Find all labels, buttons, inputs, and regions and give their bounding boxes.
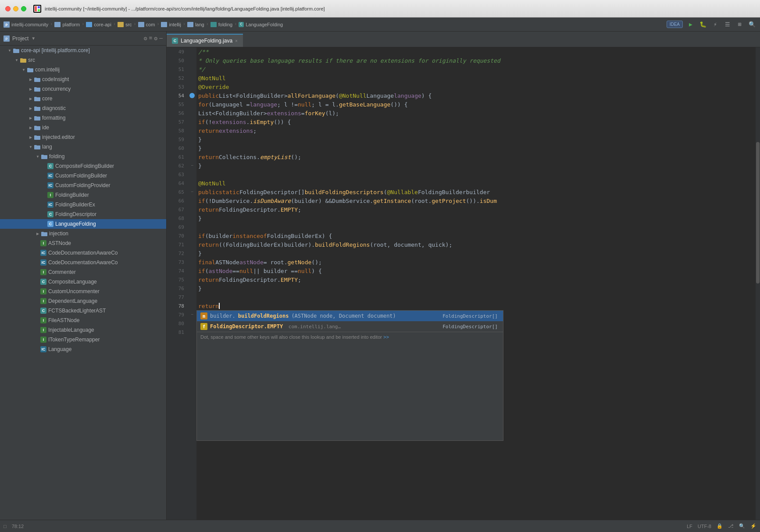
tree-concurrency[interactable]: ▶ concurrency (0, 84, 166, 94)
fold-65[interactable]: − (191, 190, 193, 195)
breadcrumb-intellij[interactable]: intellij (169, 22, 181, 27)
tree-custom-folding-builder[interactable]: IC CustomFoldingBuilder (0, 171, 166, 181)
tree-folding-descriptor[interactable]: C FoldingDescriptor (0, 209, 166, 219)
tree-composite-folding[interactable]: C CompositeFoldingBuilder (0, 161, 166, 171)
tree-language-folding[interactable]: C LanguageFolding (0, 219, 166, 229)
editor-scrollbar[interactable] (756, 47, 760, 520)
settings-gear[interactable]: ⚙ (154, 35, 157, 42)
coverage-button[interactable]: ☰ (723, 20, 732, 29)
project-icon: P (4, 21, 10, 28)
interface-badge-i7: I (40, 327, 46, 333)
autocomplete-item-0[interactable]: m builder. buildFoldRegions (ASTNode nod… (197, 311, 503, 321)
sync-button[interactable]: ⚙ (144, 35, 147, 42)
line-51: 51 (167, 65, 188, 74)
tree-itoken-type-remapper[interactable]: I ITokenTypeRemapper (0, 335, 166, 344)
tree-astnode[interactable]: I ASTNode (0, 238, 166, 248)
intellij-folder-icon (161, 22, 167, 27)
tree-folding[interactable]: ▼ folding (0, 152, 166, 161)
fold-79[interactable]: − (191, 312, 193, 317)
tree-custom-folding-provider[interactable]: IC CustomFoldingProvider (0, 181, 166, 190)
breadcrumb-com[interactable]: com (146, 22, 155, 27)
sidebar-dropdown[interactable]: ▼ (31, 36, 36, 41)
minimize-button[interactable] (13, 6, 18, 11)
tree-core[interactable]: ▶ core (0, 94, 166, 103)
class-badge-c2: C (47, 211, 54, 217)
status-inspect-icon[interactable]: 🔍 (739, 523, 745, 529)
status-git-icon[interactable]: ⎇ (728, 523, 734, 529)
tree-language[interactable]: IC Language (0, 344, 166, 354)
gutter-79[interactable]: − (188, 310, 196, 319)
tree-formatting[interactable]: ▶ formatting (0, 113, 166, 123)
tree-commenter[interactable]: I Commenter (0, 267, 166, 277)
tree-com-intellij[interactable]: ▼ com.intellij (0, 65, 166, 74)
run-button[interactable]: ▶ (686, 20, 695, 29)
tree-src[interactable]: ▼ src (0, 55, 166, 65)
code-line-53: @Override (198, 82, 760, 91)
ac-hint-text: Dot, space and some other keys will also… (200, 334, 383, 340)
gutter: − − (188, 47, 196, 520)
gutter-62[interactable]: − (188, 161, 196, 170)
breadcrumb-class[interactable]: LanguageFolding (246, 22, 283, 27)
tree-injection[interactable]: ▶ injection (0, 229, 166, 238)
tree-file-astnode[interactable]: I FileASTNode (0, 316, 166, 325)
fold-62[interactable]: − (191, 163, 193, 168)
line-76: 76 (167, 284, 188, 293)
idea-badge[interactable]: IDEA (667, 21, 683, 28)
search-button[interactable]: 🔍 (748, 20, 756, 29)
debug-button[interactable]: 🐛 (699, 20, 707, 29)
tree-diagnostic[interactable]: ▶ diagnostic (0, 103, 166, 113)
minimize-sidebar[interactable]: — (159, 35, 163, 42)
breadcrumb-platform[interactable]: platform (62, 22, 80, 27)
class-badge-selected: C (47, 221, 54, 227)
breadcrumb-project[interactable]: intellij-community (11, 22, 48, 27)
status-encoding[interactable]: UTF-8 (698, 524, 711, 529)
tree-root[interactable]: ▼ core-api [intellij.platform.core] (0, 46, 166, 55)
scrollbar-thumb[interactable] (756, 142, 760, 284)
autocomplete-item-1[interactable]: f FoldingDescriptor.EMPTY com.intellij.l… (197, 321, 503, 332)
line-79: 79 (167, 310, 188, 319)
tree-lang[interactable]: ▼ lang (0, 142, 166, 152)
tree-codeinsight[interactable]: ▶ codeInsight (0, 74, 166, 84)
tree-composite-language[interactable]: C CompositeLanguage (0, 277, 166, 287)
tree-dependent-language[interactable]: I DependentLanguage (0, 296, 166, 306)
gutter-54[interactable] (188, 91, 196, 100)
interface-badge-i3: I (40, 269, 46, 275)
close-button[interactable] (5, 6, 11, 11)
tree-injectable-language[interactable]: I InjectableLanguage (0, 325, 166, 335)
astnode-label: ASTNode (48, 240, 71, 246)
tree-code-doc1[interactable]: IC CodeDocumentationAwareCo (0, 248, 166, 258)
breadcrumb-core-api[interactable]: core-api (94, 22, 111, 27)
status-position[interactable]: 78:12 (12, 524, 24, 529)
layout-button[interactable]: ⊞ (735, 20, 744, 29)
code-line-66: if (!DumbService.isDumbAware(builder) &&… (198, 196, 760, 205)
tree-ide[interactable]: ▶ ide (0, 123, 166, 132)
tree-folding-builder-ex[interactable]: IC FoldingBuilderEx (0, 200, 166, 209)
breadcrumb-lang[interactable]: lang (195, 22, 204, 27)
collapse-button[interactable]: ≡ (149, 35, 153, 42)
breadcrumb-src[interactable]: src (125, 22, 132, 27)
gutter-65[interactable]: − (188, 188, 196, 196)
ac-item-1-return: FoldingDescriptor[] (442, 324, 500, 330)
status-power-icon[interactable]: ⚡ (750, 523, 756, 529)
tree-fcts[interactable]: C FCTSBackedLighterAST (0, 306, 166, 316)
tree-injected-editor[interactable]: ▶ injected.editor (0, 132, 166, 142)
tab-language-folding[interactable]: C LanguageFolding.java × (167, 34, 243, 47)
title-bar: intellij-community [~/intellij-community… (0, 0, 760, 18)
status-linesep[interactable]: LF (687, 524, 692, 529)
code-line-68: } (198, 214, 760, 223)
autocomplete-popup[interactable]: m builder. buildFoldRegions (ASTNode nod… (196, 310, 503, 441)
ac-hint-link[interactable]: >> (383, 334, 389, 340)
tree-custom-uncommenter[interactable]: I CustomUncommenter (0, 287, 166, 296)
tree-folding-builder[interactable]: I FoldingBuilder (0, 190, 166, 200)
tree-code-doc2[interactable]: IC CodeDocumentationAwareCo (0, 258, 166, 267)
interface-badge-i8: I (40, 337, 46, 343)
profile-button[interactable]: ⚡ (711, 20, 720, 29)
maximize-button[interactable] (21, 6, 26, 11)
breadcrumb-folding[interactable]: folding (218, 22, 232, 27)
code-lines[interactable]: /** * Only queries base language results… (196, 47, 760, 520)
code-line-52: @NotNull (198, 74, 760, 82)
class-badge-c4: C (40, 308, 46, 314)
status-lock-icon[interactable]: 🔒 (717, 523, 723, 529)
tab-close-button[interactable]: × (235, 39, 238, 43)
class-badge-ic1: IC (47, 173, 54, 179)
